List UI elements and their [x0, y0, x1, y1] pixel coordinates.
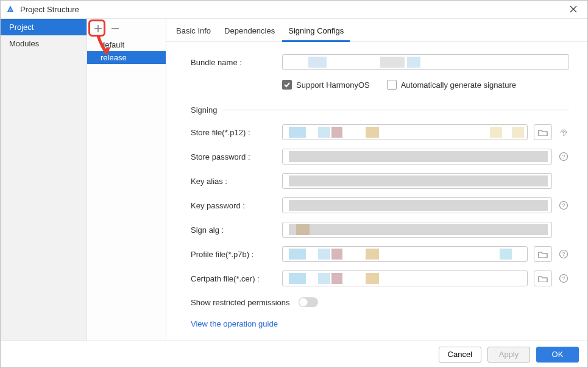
checkbox-label: Automatically generate signature: [401, 80, 516, 90]
show-restricted-toggle[interactable]: [299, 297, 318, 307]
profile-file-input[interactable]: [282, 246, 528, 262]
store-password-input[interactable]: [282, 149, 552, 165]
row-key-password: Key password : ?: [191, 197, 569, 213]
config-item-label: release: [101, 53, 127, 62]
divider: [223, 110, 569, 110]
key-alias-input[interactable]: [282, 173, 552, 189]
row-bundle-name: Bundle name :: [191, 54, 569, 70]
key-password-input[interactable]: [282, 197, 552, 213]
main-panel: Basic Info Dependencies Signing Configs …: [166, 19, 587, 341]
tab-dependencies[interactable]: Dependencies: [218, 24, 281, 42]
config-item-default[interactable]: default: [87, 38, 166, 51]
bundle-name-label: Bundle name :: [191, 58, 282, 67]
store-file-browse-button[interactable]: [534, 124, 552, 140]
help-icon[interactable]: ?: [558, 249, 569, 260]
config-list-panel: default release: [87, 19, 166, 341]
row-sign-alg: Sign alg :: [191, 222, 569, 238]
help-icon[interactable]: ?: [558, 151, 569, 162]
checkbox-auto-generate-signature[interactable]: Automatically generate signature: [387, 80, 516, 90]
store-file-label: Store file(*.p12) :: [191, 128, 282, 137]
config-list: default release: [87, 38, 166, 64]
fingerprint-icon[interactable]: [558, 127, 569, 138]
apply-button[interactable]: Apply: [487, 347, 530, 363]
key-alias-label: Key alias :: [191, 177, 282, 186]
row-store-file: Store file(*.p12) :: [191, 124, 569, 140]
tab-label: Basic Info: [176, 26, 211, 35]
add-config-button[interactable]: [92, 23, 104, 35]
tab-basic-info[interactable]: Basic Info: [170, 24, 217, 42]
row-show-restricted: Show restricted permissions: [191, 297, 569, 307]
dialog-footer: Cancel Apply OK: [1, 341, 587, 367]
window-titlebar: Project Structure: [1, 1, 587, 19]
help-icon[interactable]: ?: [558, 273, 569, 284]
signing-legend: Signing: [191, 105, 569, 115]
svg-text:?: ?: [562, 202, 565, 208]
certpath-file-input[interactable]: [282, 271, 528, 286]
config-tools: [87, 19, 166, 38]
store-file-input[interactable]: [282, 124, 528, 140]
sign-alg-label: Sign alg :: [191, 225, 282, 235]
config-item-label: default: [101, 40, 124, 49]
svg-text:?: ?: [562, 154, 565, 160]
profile-file-browse-button[interactable]: [534, 246, 552, 262]
check-icon: [282, 80, 292, 90]
remove-config-button[interactable]: [109, 23, 121, 35]
ok-button[interactable]: OK: [536, 347, 579, 363]
bundle-name-input[interactable]: [282, 54, 569, 70]
link-text: View the operation guide: [191, 319, 278, 328]
row-key-alias: Key alias :: [191, 173, 569, 189]
tab-label: Signing Configs: [288, 26, 344, 35]
help-icon[interactable]: ?: [558, 200, 569, 211]
app-logo-icon: [5, 5, 15, 15]
toggle-knob-icon: [299, 298, 308, 306]
tab-label: Dependencies: [224, 26, 275, 35]
row-certpath-file: Certpath file(*.cer) : ?: [191, 271, 569, 286]
config-item-release[interactable]: release: [87, 51, 166, 64]
tab-signing-configs[interactable]: Signing Configs: [282, 24, 350, 42]
window-title: Project Structure: [20, 5, 564, 14]
operation-guide-link[interactable]: View the operation guide: [191, 319, 278, 328]
sidebar-item-label: Modules: [9, 39, 39, 48]
form-content: Bundle name : Support HarmonyOS Autom: [166, 42, 587, 341]
row-checkboxes: Support HarmonyOS Automatically generate…: [282, 80, 569, 90]
checkbox-label: Support HarmonyOS: [296, 80, 370, 90]
certpath-file-browse-button[interactable]: [534, 271, 552, 286]
store-password-label: Store password :: [191, 152, 282, 161]
sidebar-item-modules[interactable]: Modules: [1, 35, 87, 52]
sidebar: Project Modules: [1, 19, 87, 341]
sidebar-item-label: Project: [9, 23, 34, 32]
checkbox-box-icon: [387, 80, 397, 90]
tab-bar: Basic Info Dependencies Signing Configs: [166, 19, 587, 42]
row-profile-file: Profile file(*.p7b) : ?: [191, 246, 569, 262]
sidebar-item-project[interactable]: Project: [1, 19, 87, 35]
signing-legend-text: Signing: [191, 105, 217, 115]
sign-alg-input[interactable]: [282, 222, 552, 238]
key-password-label: Key password :: [191, 201, 282, 210]
svg-text:?: ?: [562, 275, 565, 281]
svg-text:?: ?: [562, 251, 565, 257]
close-icon[interactable]: [564, 5, 583, 15]
row-store-password: Store password : ?: [191, 149, 569, 165]
show-restricted-label: Show restricted permissions: [191, 298, 290, 307]
profile-file-label: Profile file(*.p7b) :: [191, 250, 282, 259]
checkbox-support-harmonyos[interactable]: Support HarmonyOS: [282, 80, 370, 90]
cancel-button[interactable]: Cancel: [439, 347, 481, 363]
certpath-file-label: Certpath file(*.cer) :: [191, 274, 282, 283]
